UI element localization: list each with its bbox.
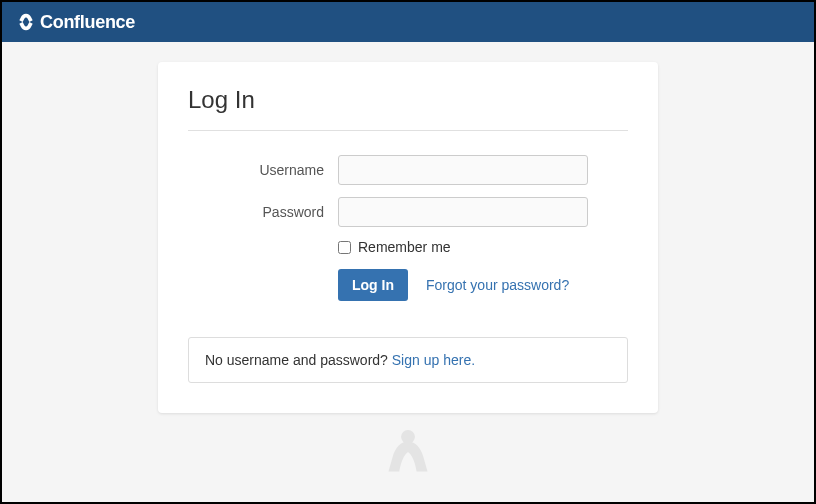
signup-box: No username and password? Sign up here. [188,337,628,383]
app-header: Confluence [2,2,814,42]
brand-name: Confluence [40,12,135,33]
signup-prompt: No username and password? [205,352,392,368]
login-button[interactable]: Log In [338,269,408,301]
footer-atlassian-icon [382,426,434,482]
remember-me-checkbox-wrap[interactable]: Remember me [338,239,451,255]
action-row: Log In Forgot your password? [188,269,628,301]
username-input[interactable] [338,155,588,185]
forgot-password-link[interactable]: Forgot your password? [426,277,569,293]
confluence-icon [16,12,36,32]
remember-row: Remember me [188,239,628,255]
remember-me-checkbox[interactable] [338,241,351,254]
username-label: Username [188,162,338,178]
username-row: Username [188,155,628,185]
password-row: Password [188,197,628,227]
remember-me-label: Remember me [358,239,451,255]
login-card: Log In Username Password Remember me Log… [158,62,658,413]
signup-link[interactable]: Sign up here. [392,352,475,368]
page-title: Log In [188,86,628,131]
brand-logo[interactable]: Confluence [16,12,135,33]
password-label: Password [188,204,338,220]
password-input[interactable] [338,197,588,227]
